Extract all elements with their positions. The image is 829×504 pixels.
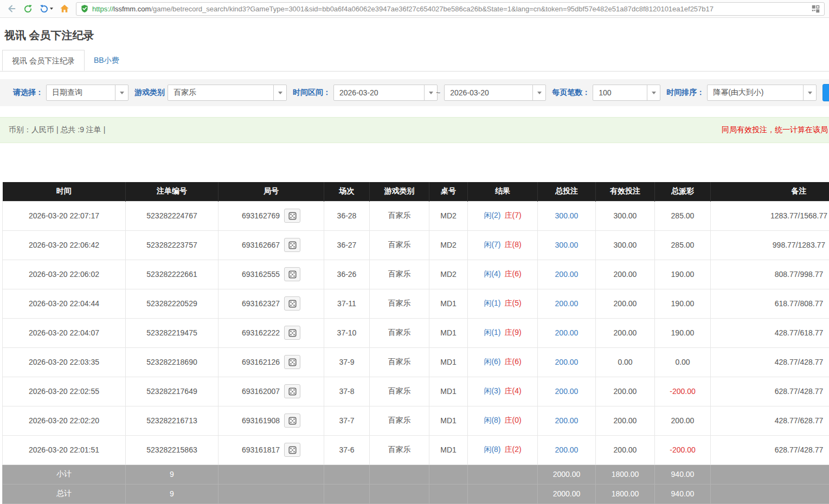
security-shield-icon — [81, 4, 88, 13]
column-header-note: 备注 — [711, 182, 829, 201]
date-from-input[interactable]: 2026-03-20 — [333, 85, 438, 101]
cell-time: 2026-03-20 22:02:20 — [3, 406, 126, 435]
total-bet-link[interactable]: 200.00 — [555, 358, 579, 366]
round-number: 693161908 — [242, 416, 280, 425]
cell-game-type: 百家乐 — [370, 201, 429, 230]
cell-valid-bet: 200.00 — [596, 377, 655, 406]
currency-summary-text: 币别：人民币 | 总共 :9 注单 | — [9, 125, 105, 135]
sort-order-select[interactable]: 降幂(由大到小) — [707, 85, 817, 101]
game-replay-button[interactable] — [284, 413, 300, 428]
tab-bb-tip[interactable]: BB小费 — [85, 50, 128, 71]
empty-cell — [711, 464, 829, 484]
total-bet-link[interactable]: 300.00 — [555, 211, 579, 220]
total-payout: 940.00 — [655, 484, 711, 503]
total-bet-link[interactable]: 300.00 — [555, 241, 579, 249]
tab-bar: 视讯 会员下注纪录 BB小费 — [0, 50, 829, 72]
result-banker: 庄(2) — [505, 445, 522, 454]
chevron-down-icon — [424, 85, 437, 100]
query-type-select[interactable]: 日期查询 — [46, 85, 128, 101]
cell-round: 693161817 — [219, 435, 324, 464]
refresh-button[interactable] — [21, 2, 35, 16]
total-bet-link[interactable]: 200.00 — [555, 387, 579, 396]
filter-bar: 请选择： 日期查询 游戏类别 百家乐 时间区间： 2026-03-20 ~ 20… — [0, 79, 829, 106]
undo-history-button[interactable] — [37, 2, 55, 16]
cell-round: 693162222 — [219, 318, 324, 347]
cell-total-bet: 300.00 — [538, 230, 596, 260]
game-replay-button[interactable] — [284, 443, 300, 457]
home-button[interactable] — [57, 2, 72, 16]
column-header-valid-bet: 有效投注 — [596, 182, 655, 201]
time-range-label: 时间区间： — [293, 88, 331, 98]
sort-order-label: 时间排序： — [666, 88, 704, 98]
cell-session: 37-9 — [324, 347, 370, 377]
cell-valid-bet: 200.00 — [596, 289, 655, 318]
chevron-down-icon — [115, 85, 128, 100]
cell-table-no: MD2 — [429, 201, 468, 230]
round-number: 693161817 — [242, 445, 280, 454]
cell-bet-id: 523282222661 — [126, 260, 219, 289]
result-banker: 庄(4) — [505, 386, 522, 395]
total-bet-link[interactable]: 200.00 — [555, 270, 579, 279]
column-header-round: 局号 — [219, 182, 324, 201]
game-replay-button[interactable] — [284, 267, 300, 281]
tab-video-bet-records[interactable]: 视讯 会员下注纪录 — [2, 50, 85, 71]
cell-result: 闲(4)庄(6) — [468, 260, 538, 289]
dice-icon — [288, 358, 297, 366]
game-type-select[interactable]: 百家乐 — [168, 85, 287, 101]
game-replay-button[interactable] — [284, 384, 300, 398]
result-player: 闲(1) — [484, 328, 500, 337]
cell-round: 693161908 — [219, 406, 324, 435]
game-replay-button[interactable] — [284, 296, 300, 311]
empty-cell — [429, 464, 468, 484]
cell-payout: 190.00 — [655, 260, 711, 289]
result-banker: 庄(0) — [505, 416, 522, 424]
cell-payout: 190.00 — [655, 318, 711, 347]
cell-round: 693162007 — [219, 377, 324, 406]
subtotal-payout: 940.00 — [655, 464, 711, 484]
cell-bet-id: 523282217649 — [126, 377, 219, 406]
dice-icon — [288, 241, 297, 249]
qr-code-icon[interactable] — [812, 5, 820, 13]
address-bar[interactable]: https://lssfmm.com/game/betrecord_search… — [76, 2, 825, 16]
cell-bet-id: 523282224767 — [126, 201, 219, 230]
game-replay-button[interactable] — [284, 238, 300, 252]
url-text[interactable]: https://lssfmm.com/game/betrecord_search… — [92, 5, 807, 13]
url-scheme: https:// — [92, 5, 113, 13]
cell-payout: 200.00 — [655, 406, 711, 435]
cell-time: 2026-03-20 22:06:42 — [3, 230, 126, 260]
total-bet-link[interactable]: 200.00 — [555, 445, 579, 454]
game-type-value: 百家乐 — [168, 88, 273, 98]
date-to-input[interactable]: 2026-03-20 — [444, 85, 546, 101]
cell-session: 36-28 — [324, 201, 370, 230]
round-number: 693162555 — [242, 270, 280, 279]
summary-bar: 币别：人民币 | 总共 :9 注单 | 同局有效投注，统一计算在该局 — [0, 117, 829, 143]
cell-total-bet: 200.00 — [538, 347, 596, 377]
total-bet-link[interactable]: 200.00 — [555, 416, 579, 425]
subtotal-label: 小计 — [3, 464, 126, 484]
cell-session: 37-6 — [324, 435, 370, 464]
back-button[interactable] — [4, 2, 18, 16]
result-banker: 庄(6) — [505, 269, 522, 278]
table-row: 2026-03-20 22:01:51 523282215863 6931618… — [3, 435, 829, 464]
column-header-session: 场次 — [324, 182, 370, 201]
undo-icon — [40, 4, 49, 14]
date-from-value: 2026-03-20 — [334, 88, 424, 97]
dice-icon — [288, 270, 297, 279]
total-bet-link[interactable]: 200.00 — [555, 328, 579, 337]
page-size-select[interactable]: 100 — [593, 85, 660, 101]
chevron-down-icon — [532, 85, 545, 100]
cell-payout: 190.00 — [655, 289, 711, 318]
result-banker: 庄(5) — [505, 299, 522, 307]
cell-note: 808.77/998.77 — [711, 260, 829, 289]
cell-time: 2026-03-20 22:07:17 — [3, 201, 126, 230]
cell-time: 2026-03-20 22:01:51 — [3, 435, 126, 464]
chevron-down-icon — [50, 8, 53, 10]
game-replay-button[interactable] — [284, 326, 300, 340]
result-player: 闲(8) — [484, 416, 500, 424]
cell-result: 闲(1)庄(5) — [468, 289, 538, 318]
search-button[interactable] — [822, 84, 829, 101]
cell-session: 37-11 — [324, 289, 370, 318]
total-bet-link[interactable]: 200.00 — [555, 299, 579, 308]
game-replay-button[interactable] — [284, 209, 300, 223]
game-replay-button[interactable] — [284, 355, 300, 369]
